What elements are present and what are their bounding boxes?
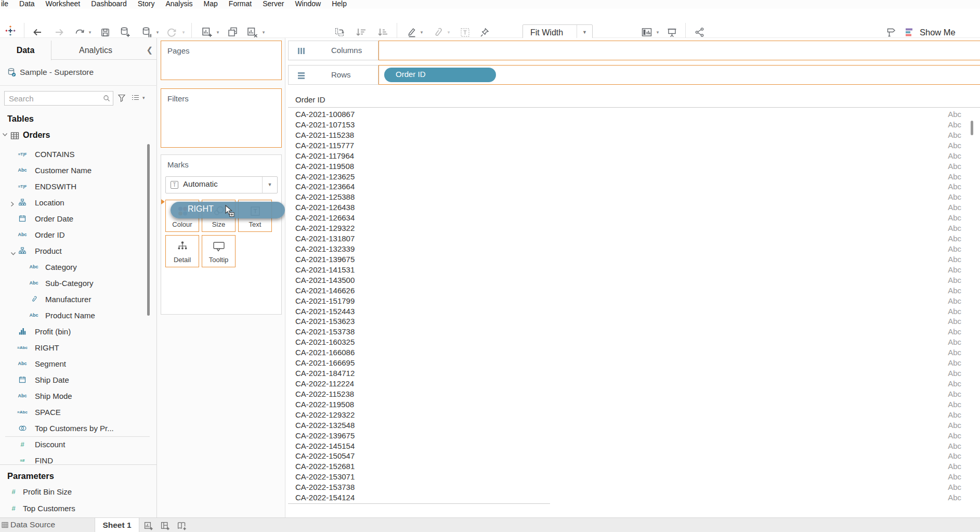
field-row[interactable]: AbcSegment — [0, 356, 151, 372]
abc-cell[interactable]: Abc — [936, 275, 961, 286]
field-row[interactable]: AbcSub-Category — [0, 275, 151, 291]
abc-cell[interactable]: Abc — [936, 358, 961, 368]
order-id-cell[interactable]: CA-2021-123664 — [295, 181, 503, 192]
share-workbook-button[interactable] — [694, 25, 706, 39]
group-members-button[interactable] — [432, 25, 444, 39]
field-row[interactable]: AbcProduct Name — [0, 307, 151, 323]
order-id-cell[interactable]: CA-2021-129322 — [295, 223, 503, 233]
menu-item[interactable]: Help — [332, 0, 347, 9]
redo-button[interactable] — [53, 25, 66, 39]
order-id-cell[interactable]: CA-2021-100867 — [295, 109, 503, 120]
order-id-cell[interactable]: CA-2021-160325 — [295, 337, 503, 347]
abc-cell[interactable]: Abc — [936, 202, 961, 213]
clear-sheet-dropdown[interactable]: ▾ — [261, 29, 266, 36]
undo-button[interactable] — [31, 25, 44, 39]
abc-cell[interactable]: Abc — [936, 389, 961, 399]
abc-cell[interactable]: Abc — [936, 151, 961, 161]
order-id-cell[interactable]: CA-2021-151799 — [295, 296, 503, 306]
replay-dropdown[interactable]: ▾ — [87, 29, 93, 36]
abc-cell[interactable]: Abc — [936, 379, 961, 389]
order-id-cell[interactable]: CA-2022-119508 — [295, 399, 503, 410]
order-id-cell[interactable]: CA-2022-115238 — [295, 389, 503, 399]
abc-cell[interactable]: Abc — [936, 327, 961, 337]
field-row[interactable]: AbcCustomer Name — [0, 162, 151, 178]
abc-cell[interactable]: Abc — [936, 296, 961, 306]
parameter-row[interactable]: #Top Customers — [0, 500, 151, 516]
abc-cell[interactable]: Abc — [936, 172, 961, 182]
abc-cell[interactable]: Abc — [936, 181, 961, 192]
field-row[interactable]: Profit (bin) — [0, 323, 151, 340]
order-id-cell[interactable]: CA-2022-132548 — [295, 420, 503, 431]
rows-shelf[interactable]: Order ID — [378, 65, 980, 85]
abc-cell[interactable]: Abc — [936, 244, 961, 254]
field-row[interactable]: =T|FCONTAINS — [0, 146, 151, 162]
abc-cell[interactable]: Abc — [936, 265, 961, 275]
abc-cell[interactable]: Abc — [936, 109, 961, 120]
fix-axes-pin-button[interactable] — [478, 25, 491, 39]
order-id-cell[interactable]: CA-2021-107153 — [295, 120, 503, 130]
abc-cell[interactable]: Abc — [936, 482, 961, 492]
order-id-cell[interactable]: CA-2021-119508 — [295, 161, 503, 172]
order-id-cell[interactable]: CA-2021-125388 — [295, 192, 503, 202]
new-worksheet-dropdown[interactable]: ▾ — [215, 29, 220, 36]
abc-cell[interactable]: Abc — [936, 223, 961, 233]
order-id-cell[interactable]: CA-2021-115777 — [295, 140, 503, 151]
order-id-cell[interactable]: CA-2022-139675 — [295, 431, 503, 441]
abc-cell[interactable]: Abc — [936, 140, 961, 151]
canvas-scrollbar[interactable] — [971, 121, 973, 135]
field-row[interactable]: Ship Date — [0, 372, 151, 388]
menu-item[interactable]: Worksheet — [46, 0, 81, 9]
presentation-mode-button[interactable] — [665, 25, 678, 39]
table-orders[interactable]: Orders — [0, 128, 151, 144]
field-row[interactable]: AbcCategory — [0, 259, 151, 275]
order-id-cell[interactable]: CA-2021-139675 — [295, 254, 503, 265]
menu-item[interactable]: ile — [1, 0, 8, 9]
chevron-down-icon[interactable] — [2, 133, 8, 137]
dragged-pill-right[interactable]: RIGHT — [171, 202, 285, 218]
abc-cell[interactable]: Abc — [936, 347, 961, 358]
mark-type-dropdown[interactable]: T Automatic ▼ — [165, 176, 278, 193]
show-mark-labels-button[interactable] — [459, 25, 471, 39]
abc-cell[interactable]: Abc — [936, 441, 961, 451]
abc-cell[interactable]: Abc — [936, 492, 961, 503]
abc-cell[interactable]: Abc — [936, 120, 961, 130]
menu-item[interactable]: Map — [204, 0, 218, 9]
field-row[interactable]: Location — [0, 194, 151, 211]
field-row[interactable]: =AbcRIGHT — [0, 340, 151, 356]
menu-item[interactable]: Server — [263, 0, 284, 9]
abc-cell[interactable]: Abc — [936, 368, 961, 379]
abc-cell[interactable]: Abc — [936, 399, 961, 410]
order-id-cell[interactable]: CA-2021-153738 — [295, 327, 503, 337]
abc-cell[interactable]: Abc — [936, 472, 961, 482]
sort-descending-button[interactable] — [376, 25, 389, 39]
refresh-dropdown[interactable]: ▾ — [181, 29, 186, 36]
duplicate-sheet-button[interactable] — [227, 25, 239, 39]
order-id-cell[interactable]: CA-2022-154124 — [295, 492, 503, 503]
order-id-cell[interactable]: CA-2021-152443 — [295, 306, 503, 317]
field-row[interactable]: Product — [0, 243, 151, 259]
abc-cell[interactable]: Abc — [936, 431, 961, 441]
menu-item[interactable]: Format — [229, 0, 252, 9]
refresh-button[interactable] — [165, 25, 178, 39]
order-id-cell[interactable]: CA-2022-112224 — [295, 379, 503, 389]
parameter-row[interactable]: #Profit Bin Size — [0, 484, 151, 500]
order-id-cell[interactable]: CA-2021-146626 — [295, 286, 503, 296]
abc-cell[interactable]: Abc — [936, 130, 961, 140]
filter-fields-icon[interactable] — [117, 94, 126, 102]
order-id-cell[interactable]: CA-2022-150547 — [295, 451, 503, 461]
abc-cell[interactable]: Abc — [936, 461, 961, 472]
view-fields-dropdown[interactable]: ▾ — [142, 95, 145, 100]
new-data-source-button[interactable] — [119, 25, 131, 39]
order-id-cell[interactable]: CA-2021-184712 — [295, 368, 503, 379]
mark-type-caret[interactable]: ▼ — [262, 177, 277, 193]
tab-data[interactable]: Data — [0, 41, 51, 60]
new-worksheet-tab-button[interactable] — [141, 520, 155, 531]
menu-item[interactable]: Story — [138, 0, 155, 9]
abc-cell[interactable]: Abc — [936, 410, 961, 420]
abc-cell[interactable]: Abc — [936, 254, 961, 265]
abc-cell[interactable]: Abc — [936, 161, 961, 172]
field-row[interactable]: AbcOrder ID — [0, 227, 151, 243]
order-id-cell[interactable]: CA-2021-117964 — [295, 151, 503, 161]
group-dropdown[interactable]: ▾ — [446, 29, 451, 36]
tab-analytics[interactable]: Analytics — [51, 41, 140, 60]
